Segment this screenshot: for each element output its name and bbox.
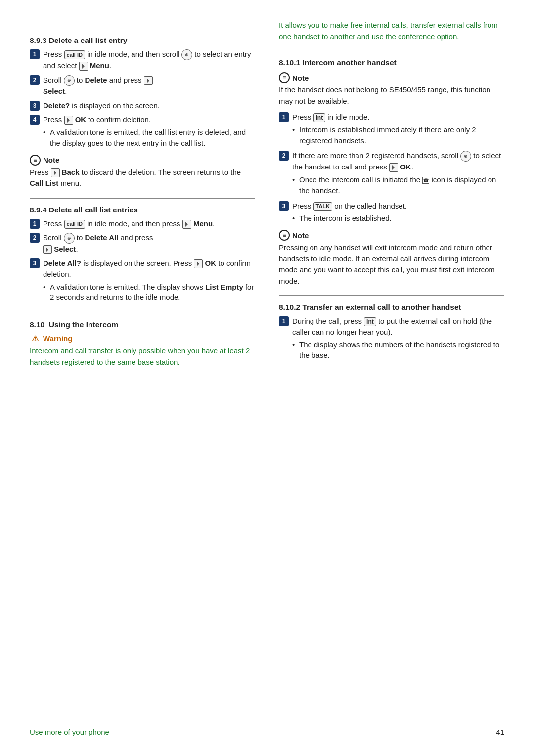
step-text: Press call ID in idle mode, and then scr… [43, 49, 255, 71]
step-text: Scroll ⊕ to Delete and press Select. [43, 75, 255, 97]
note-icon: ≡ [279, 72, 290, 83]
step-text: Scroll ⊕ to Delete All and press Select. [43, 232, 255, 254]
step-number: 2 [279, 151, 289, 161]
section-894-title: 8.9.4 Delete all call list entries [30, 206, 255, 214]
sub-bullets: The intercom is established. [292, 213, 504, 224]
talk-key: TALK [313, 202, 333, 211]
note-title: ≡ Note [279, 72, 504, 83]
softkey-left [79, 62, 88, 71]
step-item: 1 Press call ID in idle mode, and then s… [30, 49, 255, 71]
sub-bullets: A validation tone is emitted. The displa… [43, 282, 255, 303]
callid-key: call ID [64, 50, 85, 59]
step-item: 2 If there are more than 2 registered ha… [279, 150, 504, 197]
steps-893: 1 Press call ID in idle mode, and then s… [30, 49, 255, 150]
step-item: 3 Delete? is displayed on the screen. [30, 100, 255, 111]
step-text: Press OK to confirm deletion. A validati… [43, 114, 255, 149]
step-item: 1 Press int in idle mode. Intercom is es… [279, 112, 504, 147]
int-key: int [313, 113, 326, 122]
step-item: 3 Delete All? is displayed on the screen… [30, 258, 255, 304]
note-intro-text: If the handset does not belong to SE450/… [279, 84, 504, 107]
callid-key: call ID [64, 220, 85, 229]
section-num: 8.10.2 [279, 303, 300, 311]
scroll-key: ⊕ [64, 75, 75, 86]
section-text: Using the Intercom [49, 320, 118, 329]
divider-893 [30, 29, 255, 29]
footer-text: Use more of your phone [30, 728, 109, 736]
divider-810 [30, 313, 255, 313]
step-text: Delete? is displayed on the screen. [43, 100, 255, 111]
bullet-item: The intercom is established. [292, 213, 504, 224]
bullet-item: Intercom is established immediately if t… [292, 125, 504, 146]
page-number: 41 [496, 728, 504, 736]
sub-bullets: A validation tone is emitted, the call l… [43, 127, 255, 149]
note-text: Pressing on any handset will exit interc… [279, 242, 504, 287]
step-text: If there are more than 2 registered hand… [292, 150, 504, 197]
divider-8102 [279, 295, 504, 296]
section-8102-title: 8.10.2 Transfer an external call to anot… [279, 303, 504, 312]
bullet-item: Once the intercom call is initiated the … [292, 174, 504, 196]
right-column: It allows you to make free internal call… [279, 20, 504, 372]
step-text: Delete All? is displayed on the screen. … [43, 258, 255, 304]
step-item: 4 Press OK to confirm deletion. A valida… [30, 114, 255, 149]
note-8101-bottom: ≡ Note Pressing on any handset will exit… [279, 230, 504, 287]
warning-title: ⚠ Warning [30, 333, 255, 344]
step-number: 3 [30, 101, 40, 111]
warning-icon: ⚠ [30, 333, 41, 344]
softkey-back [51, 168, 60, 177]
divider-8101 [279, 51, 504, 51]
note-label: Note [43, 156, 59, 164]
bullet-item: A validation tone is emitted, the call l… [43, 127, 255, 149]
left-column: 8.9.3 Delete a call list entry 1 Press c… [30, 20, 255, 372]
step-number: 3 [30, 258, 40, 268]
softkey-ok [389, 163, 398, 172]
step-number: 2 [30, 75, 40, 85]
scroll-key: ⊕ [181, 49, 192, 60]
section-893-title: 8.9.3 Delete a call list entry [30, 36, 255, 45]
softkey-left [64, 116, 73, 125]
step-number: 4 [30, 115, 40, 125]
note-label: Note [292, 74, 309, 82]
sub-bullets: The display shows the numbers of the han… [292, 339, 504, 361]
step-item: 1 Press call ID in idle mode, and then p… [30, 218, 255, 229]
steps-8101: 1 Press int in idle mode. Intercom is es… [279, 112, 504, 225]
divider-894 [30, 198, 255, 199]
step-number: 1 [279, 112, 289, 122]
note-8101-header: ≡ Note If the handset does not belong to… [279, 72, 504, 107]
step-text: Press TALK on the called handset. The in… [292, 201, 504, 225]
section-num: 8.10 [30, 320, 44, 329]
sub-bullets: Once the intercom call is initiated the … [292, 174, 504, 196]
sub-bullets: Intercom is established immediately if t… [292, 125, 504, 146]
step-text: During the call, press int to put the ex… [292, 316, 504, 362]
steps-8102: 1 During the call, press int to put the … [279, 316, 504, 362]
note-title: ≡ Note [279, 230, 504, 241]
softkey-ok [194, 259, 203, 268]
softkey-left [182, 220, 191, 229]
note-893: ≡ Note Press Back to discard the deletio… [30, 155, 255, 189]
step-number: 1 [279, 316, 289, 326]
note-text: Press Back to discard the deletion. The … [30, 167, 255, 189]
softkey-left [43, 245, 52, 254]
step-number: 1 [30, 49, 40, 59]
section-810-title: 8.10 Using the Intercom [30, 320, 255, 329]
note-label: Note [292, 231, 309, 240]
note-title: ≡ Note [30, 155, 255, 166]
warning-label: Warning [43, 335, 72, 343]
step-number: 1 [30, 219, 40, 229]
section-8101-title: 8.10.1 Intercom another handset [279, 58, 504, 67]
highlight-text: It allows you to make free internal call… [279, 20, 504, 42]
step-item: 1 During the call, press int to put the … [279, 316, 504, 362]
steps-894: 1 Press call ID in idle mode, and then p… [30, 218, 255, 304]
step-text: Press call ID in idle mode, and then pre… [43, 218, 255, 229]
int-key: int [364, 317, 376, 326]
step-item: 2 Scroll ⊕ to Delete and press Select. [30, 75, 255, 97]
step-item: 3 Press TALK on the called handset. The … [279, 201, 504, 225]
bullet-item: A validation tone is emitted. The displa… [43, 282, 255, 303]
scroll-key: ⊕ [64, 233, 75, 244]
step-item: 2 Scroll ⊕ to Delete All and press Selec… [30, 232, 255, 254]
page-container: 8.9.3 Delete a call list entry 1 Press c… [0, 0, 534, 756]
page-footer: Use more of your phone 41 [0, 728, 534, 736]
warning-810: ⚠ Warning Intercom and call transfer is … [30, 333, 255, 368]
step-number: 2 [30, 233, 40, 243]
step-number: 3 [279, 201, 289, 211]
main-content: 8.9.3 Delete a call list entry 1 Press c… [30, 20, 504, 372]
